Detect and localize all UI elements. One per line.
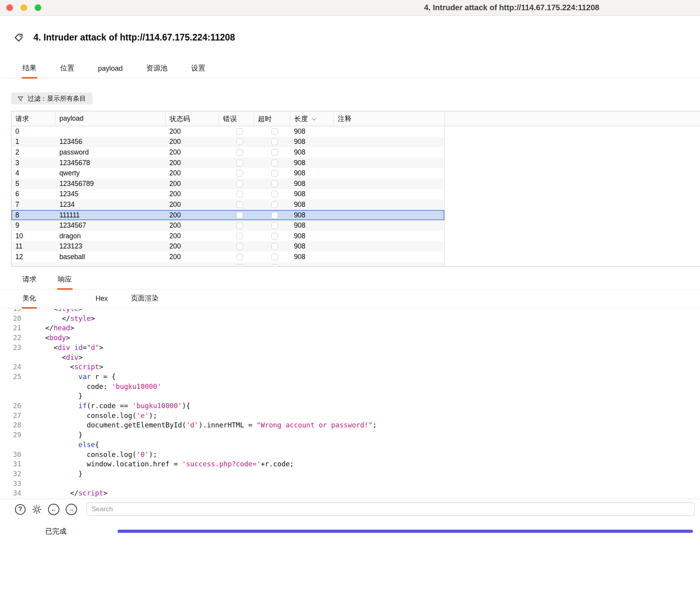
result-row[interactable]: 1123456200908 <box>11 137 444 147</box>
timeout-cell <box>254 231 290 241</box>
error-checkbox[interactable] <box>236 128 243 135</box>
timeout-checkbox[interactable] <box>271 138 278 145</box>
error-checkbox[interactable] <box>237 264 243 266</box>
error-checkbox[interactable] <box>236 180 243 187</box>
tab-results[interactable]: 结果 <box>22 59 37 78</box>
response-code-view[interactable]: 19 <style>20 </style>21 </head>22 <body>… <box>0 309 700 499</box>
error-checkbox[interactable] <box>236 201 243 208</box>
tab-response[interactable]: 响应 <box>57 271 73 289</box>
column-label: 请求 <box>15 114 29 123</box>
next-match-button[interactable]: → <box>66 504 77 515</box>
tab-settings[interactable]: 设置 <box>190 59 206 78</box>
column-header-comment[interactable]: 注释 <box>334 111 445 126</box>
timeout-checkbox[interactable] <box>271 160 278 166</box>
line-number: 31 <box>0 459 21 469</box>
tab-positions[interactable]: 位置 <box>59 59 75 78</box>
column-header-timeout[interactable]: 超时 <box>254 111 290 126</box>
result-row[interactable]: 8111111200908 <box>11 210 444 221</box>
error-checkbox[interactable] <box>236 191 243 197</box>
timeout-checkbox[interactable] <box>271 222 278 229</box>
error-checkbox[interactable] <box>236 149 243 156</box>
code-line-content: <div> <box>37 353 83 363</box>
error-cell <box>219 179 254 189</box>
settings-gear-icon[interactable] <box>32 505 42 514</box>
result-row[interactable]: 0200908 <box>11 126 444 137</box>
timeout-checkbox[interactable] <box>271 201 278 208</box>
timeout-checkbox[interactable] <box>271 149 278 156</box>
result-row[interactable]: 5123456789200908 <box>11 179 444 189</box>
filter-label: 过滤：显示所有条目 <box>28 94 86 103</box>
code-line: 22 <body> <box>0 333 700 343</box>
error-checkbox[interactable] <box>236 160 243 166</box>
timeout-checkbox[interactable] <box>271 191 278 197</box>
code-line-content: console.log('e'); <box>37 411 157 421</box>
error-cell <box>219 147 254 158</box>
code-line-content: </style> <box>37 314 95 324</box>
help-icon[interactable]: ? <box>15 504 26 515</box>
result-row[interactable]: 10dragon200908 <box>11 231 444 241</box>
result-row[interactable]: 2password200908 <box>11 147 444 158</box>
result-row[interactable]: 11123123200908 <box>11 241 444 252</box>
result-row[interactable]: 91234567200908 <box>11 220 444 231</box>
status-cell: 200 <box>166 241 219 252</box>
tab-request[interactable]: 请求 <box>22 271 37 289</box>
close-button[interactable] <box>6 4 13 11</box>
timeout-cell <box>254 241 290 252</box>
column-header-blank <box>445 111 700 126</box>
request-cell: 9 <box>11 220 55 231</box>
line-number: 29 <box>0 430 21 440</box>
code-line-content: document.getElementById('d').innerHTML =… <box>37 420 377 430</box>
status-cell: 200 <box>166 199 219 210</box>
timeout-checkbox[interactable] <box>272 264 278 266</box>
tab-payloads[interactable]: payload <box>97 61 123 78</box>
error-checkbox[interactable] <box>236 170 243 177</box>
payload-cell: 123123 <box>55 241 166 252</box>
status-cell: 200 <box>166 189 219 200</box>
error-checkbox[interactable] <box>236 138 243 145</box>
column-header-request[interactable]: 请求 <box>11 111 55 126</box>
result-row[interactable]: 612345200908 <box>11 189 444 200</box>
tab-hex[interactable]: Hex <box>95 291 109 308</box>
comment-cell <box>333 147 444 158</box>
error-checkbox[interactable] <box>236 254 243 260</box>
filter-button[interactable]: 过滤：显示所有条目 <box>11 92 92 105</box>
error-cell <box>219 231 254 241</box>
minimize-button[interactable] <box>20 4 27 11</box>
result-row[interactable]: 4qwerty200908 <box>11 168 444 179</box>
column-header-payload[interactable]: payload <box>55 111 166 126</box>
status-cell: 200 <box>166 137 219 147</box>
result-row[interactable]: 312345678200908 <box>11 158 444 168</box>
request-cell: 1 <box>11 137 55 147</box>
code-line: code: 'bugku10000' <box>0 382 700 392</box>
timeout-checkbox[interactable] <box>271 212 278 219</box>
timeout-cell <box>254 220 290 231</box>
length-cell: 908 <box>290 199 333 210</box>
timeout-checkbox[interactable] <box>271 128 278 135</box>
error-checkbox[interactable] <box>236 233 243 239</box>
length-cell: 908 <box>290 241 333 252</box>
prev-match-button[interactable]: ← <box>48 504 59 515</box>
intruder-attack-window: 4. Intruder attack of http://114.67.175.… <box>0 0 700 615</box>
timeout-checkbox[interactable] <box>271 180 278 187</box>
code-line-content: } <box>37 391 83 401</box>
result-row[interactable]: 12baseball200908 <box>11 252 444 262</box>
column-header-length[interactable]: 长度 <box>290 111 334 126</box>
error-checkbox[interactable] <box>236 222 243 229</box>
line-number: 27 <box>0 411 21 421</box>
result-row[interactable]: 71234200908 <box>11 199 444 210</box>
search-input[interactable] <box>87 503 694 516</box>
column-header-error[interactable]: 错误 <box>219 111 254 126</box>
request-cell: 3 <box>11 158 55 168</box>
timeout-checkbox[interactable] <box>271 243 278 250</box>
column-header-status[interactable]: 状态码 <box>166 111 219 126</box>
tab-resource-pool[interactable]: 资源池 <box>146 59 168 78</box>
zoom-button[interactable] <box>35 4 41 11</box>
tab-pretty[interactable]: 美化 <box>22 289 37 308</box>
timeout-checkbox[interactable] <box>271 254 278 260</box>
timeout-checkbox[interactable] <box>271 233 278 239</box>
code-line: else{ <box>0 440 700 450</box>
timeout-checkbox[interactable] <box>271 170 278 177</box>
error-checkbox[interactable] <box>236 212 243 219</box>
tab-render[interactable]: 页面渲染 <box>130 289 159 308</box>
error-checkbox[interactable] <box>236 243 243 250</box>
